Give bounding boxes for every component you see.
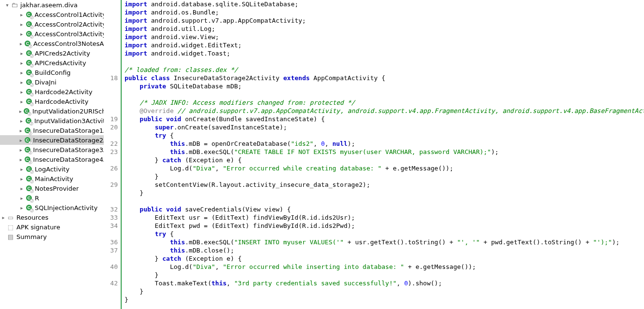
line-number [104,0,118,8]
chevron-right-icon[interactable]: ▸ [18,51,25,56]
class-name-label: SQLInjectionActivity [35,204,98,211]
tree-class-row[interactable]: ▸CJAccessControl1Activity [0,10,104,19]
tree-class-row[interactable]: ▸CJLogActivity [0,164,104,174]
code-line: try { [125,230,644,238]
code-line: import android.widget.Toast; [125,49,644,57]
summary-label: Summary [16,233,47,240]
tree-summary-row[interactable]: Summary [0,232,104,241]
line-number [104,82,118,90]
code-line: } [125,189,644,197]
code-line: this.mDB = openOrCreateDatabase("ids2", … [125,140,644,148]
code-line: setContentView(R.layout.activity_insecur… [125,181,644,189]
tree-class-row[interactable]: ▸CJInsecureDataStorage4Activity [0,154,104,164]
code-line: /* JADX INFO: Access modifiers changed f… [125,98,644,107]
tree-class-row[interactable]: ▸CJInsecureDataStorage1Activity [0,126,104,135]
chevron-right-icon[interactable]: ▸ [18,118,25,124]
chevron-right-icon[interactable]: ▸ [18,80,25,85]
code-area[interactable]: import android.database.sqlite.SQLiteDat… [122,0,644,309]
chevron-right-icon[interactable]: ▸ [0,215,7,220]
tree-class-row[interactable]: ▸CJAccessControl2Activity [0,19,104,29]
chevron-right-icon[interactable]: ▸ [18,176,25,182]
line-number: 20 [104,123,118,131]
code-line: import android.util.Log; [125,25,644,33]
tree-class-row[interactable]: ▸CJInputValidation2URISchemeActivity [0,106,104,116]
code-line: import android.support.v7.app.AppCompatA… [125,16,644,25]
chevron-right-icon[interactable]: ▸ [18,60,25,66]
class-name-label: LogActivity [35,166,70,173]
code-line: } catch (Exception e) { [125,156,644,164]
java-class-icon: CJ [25,184,33,192]
code-line: EditText pwd = (EditText) findViewById(R… [125,222,644,230]
class-name-label: InsecureDataStorage1Activity [33,127,104,134]
chevron-down-icon[interactable]: ▾ [4,2,11,8]
code-line: } catch (Exception e) { [125,254,644,263]
java-class-icon: CJ [25,69,33,76]
class-name-label: MainActivity [35,175,73,183]
chevron-right-icon[interactable]: ▸ [18,12,25,17]
chevron-right-icon[interactable]: ▸ [18,22,25,27]
tree-class-row[interactable]: ▸CJSQLInjectionActivity [0,203,104,212]
chevron-right-icon[interactable]: ▸ [18,41,24,46]
tree-class-row[interactable]: ▸CJAPICredsActivity [0,58,104,68]
class-name-label: Hardcode2Activity [35,88,92,96]
chevron-right-icon[interactable]: ▸ [18,205,25,211]
tree-class-row[interactable]: ▸CJAPICreds2Activity [0,48,104,58]
tree-class-row[interactable]: ▸CJHardcodeActivity [0,97,104,106]
class-name-label: InsecureDataStorage2Activity [33,137,104,144]
java-class-icon: CJ [25,98,33,105]
chevron-right-icon[interactable]: ▸ [18,147,24,153]
line-number: 18 [104,74,118,82]
tree-class-row[interactable]: ▸CJInsecureDataStorage3Activity [0,145,104,154]
code-line: Toast.makeText(this, "3rd party credenti… [125,279,644,287]
code-line: @Override // android.support.v7.app.AppC… [125,107,644,115]
line-number [104,66,118,74]
tree-class-row[interactable]: ▸CJBuildConfig [0,68,104,77]
chevron-right-icon[interactable]: ▸ [18,138,24,143]
code-line: private SQLiteDatabase mDB; [125,82,644,90]
class-name-label: AccessControl3NotesActivity [33,40,104,47]
java-class-icon: CJ [24,155,31,163]
chevron-right-icon[interactable]: ▸ [18,109,23,114]
chevron-right-icon[interactable]: ▸ [18,186,25,191]
package-name: jakhar.aseem.diva [20,1,78,9]
tree-class-row[interactable]: ▸CJInputValidation3Activity [0,116,104,126]
package-tree[interactable]: ▾ 🗀 jakhar.aseem.diva ▸CJAccessControl1A… [0,0,104,309]
code-line: } [125,271,644,279]
tree-class-row[interactable]: ▸CJInsecureDataStorage2Activity [0,135,104,145]
class-name-label: AccessControl3Activity [35,30,104,38]
chevron-right-icon[interactable]: ▸ [18,196,25,201]
tree-class-row[interactable]: ▸CJHardcode2Activity [0,87,104,97]
tree-apk-row[interactable]: APK signature [0,222,104,232]
tree-class-row[interactable]: ▸CJMainActivity [0,174,104,183]
class-name-label: APICreds2Activity [35,50,90,57]
java-class-icon: CJ [25,78,33,86]
chevron-right-icon[interactable]: ▸ [18,70,25,75]
line-number [104,271,118,279]
tree-resources-row[interactable]: ▸ Resources [0,212,104,222]
tree-class-row[interactable]: ▸CJR [0,193,104,203]
class-name-label: InputValidation2URISchemeActivity [32,108,104,115]
chevron-right-icon[interactable]: ▸ [18,167,25,172]
chevron-right-icon[interactable]: ▸ [18,157,24,162]
chevron-right-icon[interactable]: ▸ [18,31,25,37]
tree-class-row[interactable]: ▸CJAccessControl3Activity [0,29,104,39]
code-line: Log.d("Diva", "Error occurred while inse… [125,263,644,271]
tree-package-row[interactable]: ▾ 🗀 jakhar.aseem.diva [0,0,104,10]
tree-class-row[interactable]: ▸CJAccessControl3NotesActivity [0,39,104,48]
line-number [104,107,118,115]
line-number-gutter: 1819202223262932333436374042 [104,0,121,309]
code-line: EditText usr = (EditText) findViewById(R… [125,213,644,222]
java-class-icon: CJ [25,117,32,125]
java-class-icon: CJ [24,40,31,47]
chevron-right-icon[interactable]: ▸ [18,128,24,133]
chevron-right-icon[interactable]: ▸ [18,89,25,95]
code-line [125,197,644,205]
tree-class-row[interactable]: ▸CJNotesProvider [0,183,104,193]
chevron-right-icon[interactable]: ▸ [18,99,25,104]
line-number [104,98,118,107]
code-editor[interactable]: 1819202223262932333436374042 import andr… [104,0,644,309]
line-number [104,57,118,66]
summary-icon [7,233,14,240]
tree-class-row[interactable]: ▸CJDivaJni [0,77,104,87]
line-number [104,131,118,140]
